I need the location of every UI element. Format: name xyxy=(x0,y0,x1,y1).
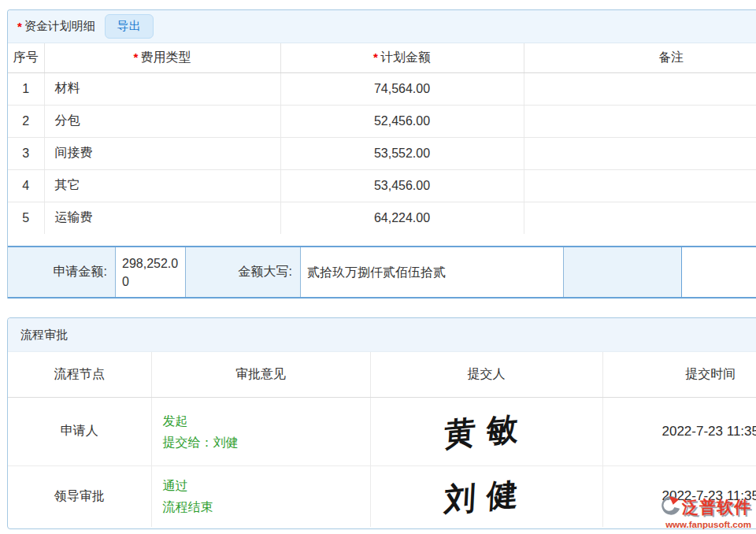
cell-amount: 74,564.00 xyxy=(280,72,524,105)
cell-amount: 53,552.00 xyxy=(280,137,524,169)
approval-row: 领导审批 通过 流程结束 刘健 2022-7-23 11:35 xyxy=(8,465,756,527)
summary-spacer-cell xyxy=(564,247,682,297)
export-button[interactable]: 导出 xyxy=(105,14,154,39)
cell-signature: 黄敏 xyxy=(370,397,602,465)
opinion-line: 通过 xyxy=(163,475,370,496)
cell-seq: 2 xyxy=(8,105,44,137)
apply-amount-label: 申请金额: xyxy=(8,247,115,297)
fanpu-watermark: 泛普软件 www.fanpusoft.com xyxy=(659,495,751,529)
cell-seq: 3 xyxy=(8,137,44,169)
required-asterisk: * xyxy=(17,20,22,33)
table-row: 1 材料 74,564.00 xyxy=(8,72,756,105)
cell-note xyxy=(524,169,756,202)
required-asterisk: * xyxy=(134,50,139,64)
cell-amount: 64,224.00 xyxy=(280,202,524,234)
opinion-line: 发起 xyxy=(163,410,370,432)
cell-note xyxy=(524,105,756,137)
amount-words-label: 金额大写: xyxy=(186,247,300,297)
cell-seq: 4 xyxy=(8,169,44,202)
column-header-opinion: 审批意见 xyxy=(151,352,370,397)
table-row: 4 其它 53,456.00 xyxy=(8,169,756,202)
cell-type: 材料 xyxy=(44,72,280,105)
cell-seq: 5 xyxy=(8,202,44,234)
fund-plan-table: 序号 *费用类型 *计划金额 备注 1 材料 74,564.00 2 分包 52… xyxy=(8,43,756,234)
summary-empty-cell xyxy=(682,247,756,297)
cell-note xyxy=(524,202,756,234)
cell-type: 间接费 xyxy=(44,137,280,169)
summary-bar: 申请金额: 298,252.00 金额大写: 贰拾玖万捌仟贰佰伍拾贰 xyxy=(8,246,756,299)
brand-name: 泛普软件 xyxy=(682,496,751,518)
cell-seq: 1 xyxy=(8,72,44,105)
column-header-note: 备注 xyxy=(524,43,756,72)
signature: 刘健 xyxy=(443,471,529,522)
approval-titlebar: 流程审批 xyxy=(8,318,756,352)
approval-header-row: 流程节点 审批意见 提交人 提交时间 xyxy=(8,352,756,397)
approval-table: 流程节点 审批意见 提交人 提交时间 申请人 发起 提交给：刘健 黄敏 2022… xyxy=(8,352,756,527)
required-asterisk: * xyxy=(373,50,378,64)
cell-amount: 52,456.00 xyxy=(280,105,524,137)
fund-plan-title: 资金计划明细 xyxy=(24,19,95,34)
opinion-line: 流程结束 xyxy=(163,496,370,517)
amount-words-value: 贰拾玖万捌仟贰佰伍拾贰 xyxy=(300,247,564,297)
fund-plan-panel: * 资金计划明细 导出 序号 *费用类型 *计划金额 备注 1 材料 74,56… xyxy=(7,9,756,299)
cell-note xyxy=(524,137,756,169)
cell-node: 领导审批 xyxy=(8,465,151,527)
column-header-time: 提交时间 xyxy=(602,352,756,397)
cell-submit-time: 2022-7-23 11:35 xyxy=(602,397,756,465)
fanpu-logo-icon xyxy=(659,495,680,519)
table-row: 2 分包 52,456.00 xyxy=(8,105,756,137)
table-row: 3 间接费 53,552.00 xyxy=(8,137,756,169)
apply-amount-value: 298,252.00 xyxy=(115,247,186,297)
table-row: 5 运输费 64,224.00 xyxy=(8,202,756,234)
column-header-type: *费用类型 xyxy=(44,43,280,72)
column-header-submitter: 提交人 xyxy=(370,352,602,397)
fund-plan-header-row: 序号 *费用类型 *计划金额 备注 xyxy=(8,43,756,72)
column-header-node: 流程节点 xyxy=(8,352,151,397)
column-header-amount: *计划金额 xyxy=(280,43,524,72)
approval-title: 流程审批 xyxy=(20,328,68,343)
cell-signature: 刘健 xyxy=(370,465,602,527)
opinion-line: 提交给：刘健 xyxy=(163,432,370,453)
approval-row: 申请人 发起 提交给：刘健 黄敏 2022-7-23 11:35 xyxy=(8,397,756,465)
cell-opinion: 发起 提交给：刘健 xyxy=(151,397,370,465)
column-header-seq: 序号 xyxy=(8,43,44,72)
cell-amount: 53,456.00 xyxy=(280,169,524,202)
fund-plan-titlebar: * 资金计划明细 导出 xyxy=(8,10,756,43)
signature: 黄敏 xyxy=(443,406,529,457)
cell-node: 申请人 xyxy=(8,397,151,465)
approval-panel: 流程审批 流程节点 审批意见 提交人 提交时间 申请人 发起 提交给：刘健 黄敏 xyxy=(7,317,756,529)
cell-opinion: 通过 流程结束 xyxy=(151,465,370,527)
cell-type: 运输费 xyxy=(44,202,280,234)
brand-url: www.fanpusoft.com xyxy=(659,520,751,529)
cell-type: 其它 xyxy=(44,169,280,202)
cell-note xyxy=(524,72,756,105)
cell-type: 分包 xyxy=(44,105,280,137)
